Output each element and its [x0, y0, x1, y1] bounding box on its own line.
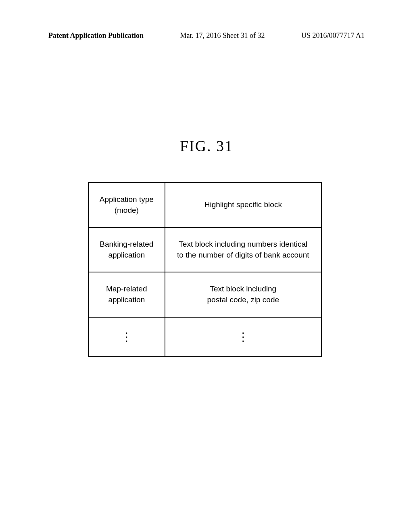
vertical-dots-icon: ...: [125, 329, 128, 341]
row1-col1-line2: application: [108, 251, 145, 259]
header-col1-line2: (mode): [115, 206, 139, 214]
cell-banking-application: Banking-related application: [88, 227, 165, 272]
row2-col1-line1: Map-related: [106, 285, 147, 293]
application-type-table: Application type (mode) Highlight specif…: [88, 182, 322, 357]
figure-title: FIG. 31: [0, 137, 413, 155]
row1-col2-line2: to the number of digits of bank account: [177, 251, 309, 259]
table-row-ellipsis: ... ...: [88, 317, 321, 356]
header-col2: Highlight specific block: [204, 200, 282, 209]
row1-col1-line1: Banking-related: [100, 240, 153, 248]
table-header-row: Application type (mode) Highlight specif…: [88, 183, 321, 227]
row2-col1-line2: application: [108, 295, 145, 304]
row1-col2-line1: Text block including numbers identical: [179, 240, 307, 248]
header-cell-application-type: Application type (mode): [88, 183, 165, 227]
cell-map-application: Map-related application: [88, 272, 165, 317]
cell-ellipsis-left: ...: [88, 317, 165, 356]
header-cell-highlight-block: Highlight specific block: [165, 183, 321, 227]
row2-col2-line2: postal code, zip code: [207, 295, 280, 304]
cell-ellipsis-right: ...: [165, 317, 321, 356]
header-date-sheet: Mar. 17, 2016 Sheet 31 of 32: [180, 31, 265, 40]
figure-table: Application type (mode) Highlight specif…: [88, 182, 322, 357]
header-application-number: US 2016/0077717 A1: [301, 31, 365, 40]
table-row: Map-related application Text block inclu…: [88, 272, 321, 317]
cell-banking-description: Text block including numbers identical t…: [165, 227, 321, 272]
row2-col2-line1: Text block including: [210, 285, 276, 293]
cell-map-description: Text block including postal code, zip co…: [165, 272, 321, 317]
table-row: Banking-related application Text block i…: [88, 227, 321, 272]
header-publication-label: Patent Application Publication: [48, 31, 144, 40]
page-header: Patent Application Publication Mar. 17, …: [0, 31, 413, 40]
vertical-dots-icon: ...: [242, 329, 244, 341]
header-col1-line1: Application type: [100, 195, 154, 204]
